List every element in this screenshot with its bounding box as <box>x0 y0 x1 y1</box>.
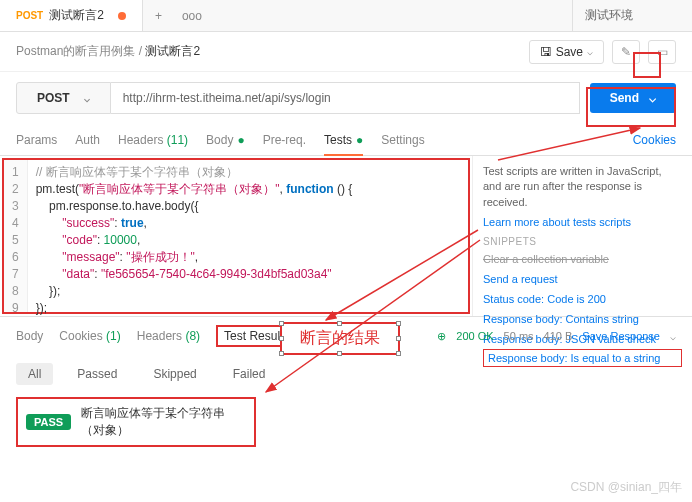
environment-label: 测试环境 <box>585 7 633 24</box>
tab-auth[interactable]: Auth <box>75 125 100 155</box>
annotation-label: 断言的结果 <box>280 322 400 355</box>
save-label: Save <box>556 45 583 59</box>
comment-button[interactable]: ▭ <box>648 40 676 64</box>
request-tab[interactable]: POST 测试断言2 <box>0 0 143 31</box>
snippet-item[interactable]: Response body: Is equal to a string <box>483 349 682 367</box>
resp-tab-body[interactable]: Body <box>16 325 43 347</box>
status-size: 410 B <box>544 330 573 342</box>
code-editor[interactable]: 123456789 // 断言响应体等于某个字符串（对象） pm.test("断… <box>2 158 470 314</box>
learn-more-link[interactable]: Learn more about tests scripts <box>483 216 682 228</box>
send-button[interactable]: Send ⌵ <box>590 83 676 113</box>
method-badge: POST <box>16 10 43 21</box>
request-tabs: Params Auth Headers (11) Body● Pre-req. … <box>0 124 692 156</box>
send-label: Send <box>610 91 639 105</box>
filter-all[interactable]: All <box>16 363 53 385</box>
pass-badge: PASS <box>26 414 71 430</box>
filter-passed[interactable]: Passed <box>65 363 129 385</box>
status-code: 200 OK <box>456 330 493 342</box>
snippet-item[interactable]: Response body: Contains string <box>483 309 682 329</box>
cookies-link[interactable]: Cookies <box>633 133 676 147</box>
breadcrumb: Postman的断言用例集 / 测试断言2 <box>16 43 200 60</box>
filter-skipped[interactable]: Skipped <box>141 363 208 385</box>
tab-name: 测试断言2 <box>49 7 104 24</box>
dot-icon: ● <box>237 133 244 147</box>
tab-tests[interactable]: Tests● <box>324 125 363 155</box>
dot-icon: ● <box>356 133 363 147</box>
url-input[interactable] <box>111 82 580 114</box>
environment-select[interactable]: 测试环境 <box>572 0 692 31</box>
chevron-down-icon: ⌵ <box>670 331 676 342</box>
snippets-description: Test scripts are written in JavaScript, … <box>483 164 682 210</box>
tab-params[interactable]: Params <box>16 125 57 155</box>
snippet-item[interactable]: Status code: Code is 200 <box>483 289 682 309</box>
save-response-button[interactable]: Save Response <box>582 330 660 342</box>
snippet-item[interactable]: Send a request <box>483 269 682 289</box>
snippets-header: SNIPPETS <box>483 236 682 247</box>
breadcrumb-actions: 🖫 Save ⌵ ✎ ▭ <box>529 40 676 64</box>
new-tab-button[interactable]: + <box>143 9 174 23</box>
breadcrumb-request: 测试断言2 <box>145 44 200 58</box>
result-text: 断言响应体等于某个字符串（对象） <box>81 405 246 439</box>
method-label: POST <box>37 91 70 105</box>
tab-menu-button[interactable]: ooo <box>174 9 210 23</box>
floppy-icon: 🖫 <box>540 45 552 59</box>
breadcrumb-row: Postman的断言用例集 / 测试断言2 🖫 Save ⌵ ✎ ▭ <box>0 32 692 72</box>
edit-button[interactable]: ✎ <box>612 40 640 64</box>
resp-tab-cookies[interactable]: Cookies (1) <box>59 325 120 347</box>
chevron-down-icon: ⌵ <box>587 46 593 57</box>
comment-icon: ▭ <box>657 45 668 59</box>
chevron-down-icon: ⌵ <box>84 93 90 104</box>
save-button[interactable]: 🖫 Save ⌵ <box>529 40 604 64</box>
unsaved-dot-icon <box>118 12 126 20</box>
pencil-icon: ✎ <box>621 45 631 59</box>
status-time: 50 ms <box>504 330 534 342</box>
main-content: 123456789 // 断言响应体等于某个字符串（对象） pm.test("断… <box>0 156 692 316</box>
globe-icon[interactable]: ⊕ <box>437 330 446 343</box>
response-status: ⊕ 200 OK 50 ms 410 B Save Response ⌵ <box>437 330 676 343</box>
tab-headers[interactable]: Headers (11) <box>118 125 188 155</box>
code-content[interactable]: // 断言响应体等于某个字符串（对象） pm.test("断言响应体等于某个字符… <box>28 160 361 312</box>
filter-failed[interactable]: Failed <box>221 363 278 385</box>
request-row: POST ⌵ Send ⌵ <box>0 72 692 124</box>
chevron-down-icon: ⌵ <box>649 91 656 105</box>
tab-body[interactable]: Body● <box>206 125 245 155</box>
breadcrumb-collection[interactable]: Postman的断言用例集 <box>16 44 135 58</box>
snippets-panel: Test scripts are written in JavaScript, … <box>472 156 692 316</box>
resp-tab-headers[interactable]: Headers (8) <box>137 325 200 347</box>
line-gutter: 123456789 <box>4 160 28 312</box>
tab-bar: POST 测试断言2 + ooo 测试环境 <box>0 0 692 32</box>
method-select[interactable]: POST ⌵ <box>16 82 111 114</box>
tab-settings[interactable]: Settings <box>381 125 424 155</box>
snippet-item[interactable]: Clear a collection variable <box>483 249 682 269</box>
tab-prereq[interactable]: Pre-req. <box>263 125 306 155</box>
watermark: CSDN @sinian_四年 <box>570 479 682 496</box>
test-result-row: PASS 断言响应体等于某个字符串（对象） <box>16 397 256 447</box>
